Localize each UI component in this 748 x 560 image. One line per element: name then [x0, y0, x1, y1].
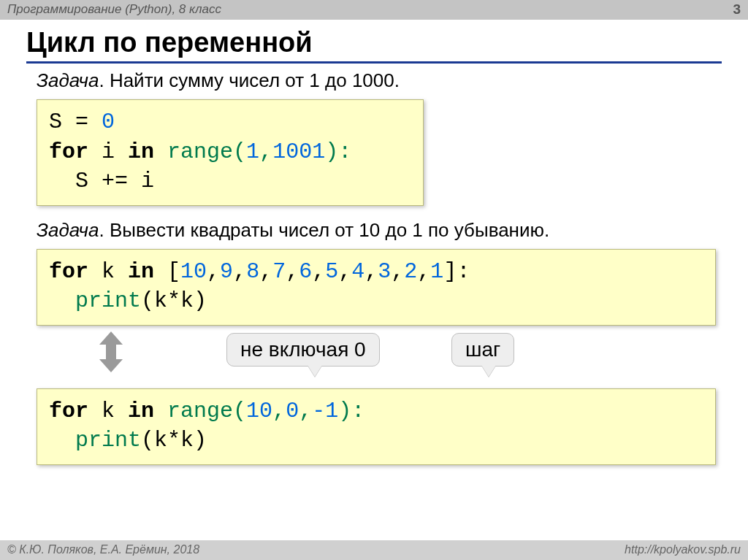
slide-body: Цикл по переменной Задача. Найти сумму ч… — [0, 27, 748, 465]
task-2-label: Задача — [37, 219, 99, 241]
code1-l1a: S = — [49, 110, 102, 134]
c3-sp2 — [154, 399, 167, 423]
c2-c9: , — [417, 259, 430, 284]
callout-not-including-zero: не включая 0 — [226, 333, 380, 367]
callout-tail-icon — [481, 365, 496, 377]
c2-9: 9 — [220, 259, 233, 284]
c2-in: in — [128, 259, 154, 284]
c3-in: in — [128, 399, 154, 423]
code1-n1: 1 — [246, 139, 259, 164]
c3-end: ): — [338, 399, 365, 423]
c2-c5: , — [312, 259, 325, 284]
page-number: 3 — [733, 1, 741, 18]
code-block-3: for k in range(10,0,-1): print(k*k) — [37, 388, 716, 465]
c2-l2b: (k*k) — [141, 288, 207, 313]
task-1: Задача. Найти сумму чисел от 1 до 1000. — [37, 69, 722, 92]
task-1-label: Задача — [37, 69, 99, 91]
code1-l1n: 0 — [102, 110, 115, 134]
code1-n2: 1001 — [272, 139, 325, 164]
c2-l2a — [49, 288, 75, 313]
c2-4: 4 — [351, 259, 365, 284]
c2-c8: , — [391, 259, 404, 284]
task-1-text: . Найти сумму чисел от 1 до 1000. — [99, 69, 400, 91]
c2-c1: , — [207, 259, 220, 284]
c2-sp1: k — [88, 259, 128, 284]
c3-0: 0 — [286, 399, 299, 423]
c2-7: 7 — [272, 259, 286, 284]
c2-c7: , — [365, 259, 378, 284]
c2-for: for — [49, 259, 88, 284]
slide-title: Цикл по переменной — [26, 27, 722, 64]
c2-sp2 — [154, 259, 167, 284]
svg-marker-0 — [99, 331, 123, 372]
code1-c: , — [259, 139, 272, 164]
code1-range: range( — [167, 139, 246, 164]
code1-in: in — [128, 139, 154, 164]
c3-range: range( — [167, 399, 246, 423]
c2-2: 2 — [404, 259, 417, 284]
c3-print: print — [75, 428, 141, 453]
c2-6: 6 — [299, 259, 312, 284]
c3-l2b: (k*k) — [141, 428, 207, 453]
task-2-text: . Вывести квадраты чисел от 10 до 1 по у… — [99, 219, 549, 241]
callout-step: шаг — [451, 333, 514, 367]
code1-for: for — [49, 139, 88, 164]
slide-header: Программирование (Python), 8 класс 3 — [0, 0, 748, 20]
course-label: Программирование (Python), 8 класс — [7, 2, 221, 17]
c3-m1: -1 — [312, 399, 338, 423]
code1-end: ): — [325, 139, 351, 164]
copyright: © К.Ю. Поляков, Е.А. Ерёмин, 2018 — [7, 543, 199, 556]
code1-sp — [154, 139, 167, 164]
slide-footer: © К.Ю. Поляков, Е.А. Ерёмин, 2018 http:/… — [0, 540, 748, 560]
code1-mid: i — [88, 139, 128, 164]
c3-c2: , — [299, 399, 312, 423]
c3-sp1: k — [88, 399, 128, 423]
c2-5: 5 — [325, 259, 338, 284]
c2-print: print — [75, 288, 141, 313]
c2-1: 1 — [430, 259, 443, 284]
double-arrow-icon — [96, 331, 126, 378]
c2-10: 10 — [180, 259, 207, 284]
c2-lb: [ — [167, 259, 180, 284]
c2-3: 3 — [378, 259, 391, 284]
c2-8: 8 — [246, 259, 259, 284]
c2-c6: , — [338, 259, 351, 284]
c3-for: for — [49, 399, 88, 423]
c2-c4: , — [286, 259, 299, 284]
c2-c2: , — [233, 259, 246, 284]
c3-c1: , — [272, 399, 286, 423]
callout-tail-icon — [308, 365, 322, 377]
c3-l2a — [49, 428, 75, 453]
code-block-2: for k in [10,9,8,7,6,5,4,3,2,1]: print(k… — [37, 249, 716, 326]
task-2: Задача. Вывести квадраты чисел от 10 до … — [37, 219, 722, 242]
code-block-1: S = 0 for i in range(1,1001): S += i — [37, 99, 424, 206]
c2-c3: , — [259, 259, 272, 284]
c2-rb: ]: — [443, 259, 470, 284]
callout-not-including-zero-text: не включая 0 — [240, 338, 366, 361]
callout-row: не включая 0 шаг — [37, 329, 722, 386]
callout-step-text: шаг — [465, 338, 500, 361]
footer-url: http://kpolyakov.spb.ru — [625, 543, 741, 556]
c3-10: 10 — [246, 399, 272, 423]
code1-l3: S += i — [49, 169, 154, 193]
